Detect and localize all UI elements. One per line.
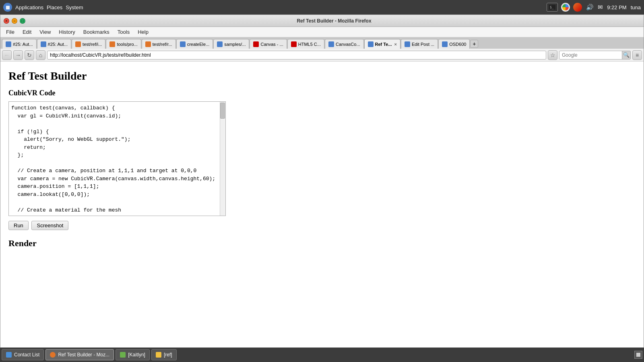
tab-5[interactable]: test/ref/r... — [142, 39, 176, 49]
forward-button[interactable]: → — [13, 50, 23, 60]
system-bar: ▦ Applications Places System $_ 🔊 ✉ 9:22… — [0, 0, 644, 14]
search-input[interactable] — [559, 51, 623, 60]
tab-4[interactable]: tools/pro... — [106, 39, 141, 49]
reload-button[interactable]: ↻ — [25, 50, 34, 60]
maximize-button[interactable]: □ — [20, 18, 25, 24]
tab-2-favicon — [41, 41, 46, 47]
tab-7[interactable]: samples/... — [213, 39, 249, 49]
menu-bar: File Edit View History Bookmarks Tools H… — [0, 27, 644, 37]
action-buttons: Run Screenshot — [8, 221, 636, 230]
tab-11-active[interactable]: Ref Te... × — [364, 39, 400, 49]
username-display: tuna — [631, 4, 641, 10]
taskbar: Contact List Ref Test Builder - Moz... [… — [0, 348, 644, 348]
time-display: 9:22 PM — [607, 4, 626, 10]
volume-icon[interactable]: 🔊 — [586, 4, 594, 11]
terminal-icon[interactable]: $_ — [547, 3, 558, 12]
applications-icon: ▦ — [3, 3, 12, 12]
tab-13-favicon — [442, 41, 448, 47]
places-label[interactable]: Places — [47, 4, 62, 10]
tab-1-favicon — [6, 41, 11, 47]
tab-13[interactable]: OSD600 — [438, 39, 470, 49]
tab-12-favicon — [405, 41, 410, 47]
back-button[interactable]: ← — [2, 50, 12, 60]
tab-6-favicon — [180, 41, 186, 47]
tab-12[interactable]: Edit Post ... — [401, 39, 438, 49]
tab-8[interactable]: Canvas - ... — [250, 39, 287, 49]
code-editor-wrapper — [8, 101, 226, 216]
tab-3-favicon — [75, 41, 81, 47]
tabs-bar: #25: Aut... #25: Aut... test/ref/i... to… — [0, 37, 644, 49]
tab-6[interactable]: createEle... — [176, 39, 213, 49]
menu-edit[interactable]: Edit — [19, 28, 35, 36]
menu-view[interactable]: View — [36, 28, 54, 36]
tab-1[interactable]: #25: Aut... — [2, 39, 37, 49]
title-bar: × − □ Ref Test Builder - Mozilla Firefox — [0, 15, 644, 27]
firefox-icon[interactable] — [573, 3, 582, 12]
tab-9[interactable]: HTML5 C... — [287, 39, 324, 49]
scrollbar-track[interactable] — [220, 102, 225, 216]
mail-icon[interactable]: ✉ — [598, 4, 603, 11]
tab-11-close[interactable]: × — [394, 42, 396, 47]
menu-tools[interactable]: Tools — [114, 28, 133, 36]
page-title: Ref Test Builder — [8, 70, 636, 82]
close-button[interactable]: × — [4, 18, 9, 24]
menu-history[interactable]: History — [56, 28, 78, 36]
window-title: Ref Test Builder - Mozilla Firefox — [28, 18, 640, 24]
new-tab-button[interactable]: + — [470, 40, 478, 48]
screenshot-button[interactable]: Screenshot — [31, 221, 68, 230]
nav-bar: ← → ↻ ⌂ ☆ 🔍 ≡ — [0, 49, 644, 62]
tab-9-favicon — [291, 41, 297, 47]
bookmark-button[interactable]: ☆ — [548, 50, 557, 60]
tab-8-favicon — [253, 41, 259, 47]
tab-10-favicon — [328, 41, 334, 47]
tab-11-favicon — [368, 41, 374, 47]
applications-label[interactable]: Applications — [15, 4, 43, 10]
scrollbar-thumb[interactable] — [220, 103, 225, 119]
minimize-button[interactable]: − — [12, 18, 17, 24]
browser-window: × − □ Ref Test Builder - Mozilla Firefox… — [0, 14, 644, 348]
run-button[interactable]: Run — [8, 221, 29, 230]
tab-2[interactable]: #25: Aut... — [37, 39, 72, 49]
url-bar[interactable] — [47, 51, 546, 60]
tab-10[interactable]: CanvasCo... — [325, 39, 364, 49]
tab-7-favicon — [217, 41, 223, 47]
system-label[interactable]: System — [66, 4, 83, 10]
menu-file[interactable]: File — [3, 28, 18, 36]
tab-4-favicon — [109, 41, 115, 47]
tab-5-favicon — [145, 41, 151, 47]
svg-text:$_: $_ — [550, 6, 554, 9]
code-textarea[interactable] — [9, 102, 225, 214]
chrome-icon[interactable] — [561, 3, 570, 12]
home-button[interactable]: ⌂ — [36, 50, 45, 60]
options-button[interactable]: ≡ — [632, 50, 642, 60]
render-title: Render — [8, 238, 636, 249]
menu-bookmarks[interactable]: Bookmarks — [80, 28, 113, 36]
section-title: CubicVR Code — [8, 89, 636, 97]
menu-help[interactable]: Help — [134, 28, 152, 36]
tab-3[interactable]: test/ref/i... — [72, 39, 105, 49]
page-content: Ref Test Builder CubicVR Code Run Screen… — [0, 62, 644, 348]
search-button[interactable]: 🔍 — [622, 51, 631, 60]
